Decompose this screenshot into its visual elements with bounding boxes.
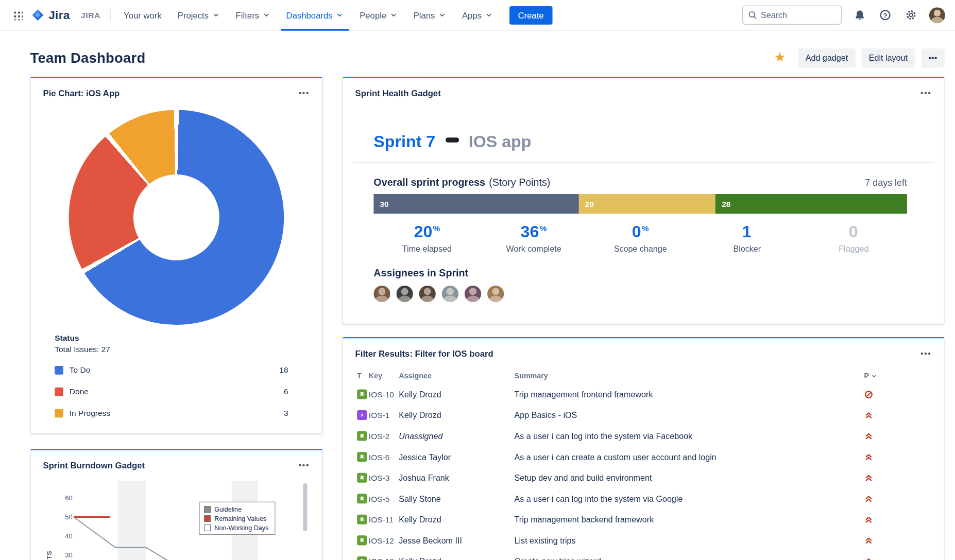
sprint-heading: Sprint 7 IOS app: [373, 132, 944, 152]
nav-dashboards[interactable]: Dashboards: [278, 0, 352, 30]
progress-segment-todo: 30: [373, 194, 578, 214]
nav-plans[interactable]: Plans: [405, 0, 454, 30]
filter-results-gadget: Filter Results: Filter for IOS board •••…: [343, 337, 945, 560]
nav-people[interactable]: People: [352, 0, 406, 30]
nav-apps[interactable]: Apps: [454, 0, 501, 30]
issue-key[interactable]: IOS-12: [369, 536, 399, 545]
edit-layout-button[interactable]: Edit layout: [861, 48, 915, 67]
site-label: JIRA: [81, 10, 100, 20]
issue-assignee: Jessica Taylor: [399, 452, 514, 462]
table-row[interactable]: IOS-6 Jessica Taylor As a user i can cre…: [354, 446, 882, 467]
stat-flagged: 0 Flagged: [800, 223, 907, 254]
sprint-stats: 20% Time elapsed 36% Work complete 0% Sc…: [373, 223, 907, 254]
legend-swatch: [55, 387, 63, 396]
epic-icon: [357, 410, 367, 420]
assignee-avatar: [419, 286, 436, 302]
issue-key[interactable]: IOS-5: [369, 494, 399, 503]
page-title: Team Dashboard: [30, 49, 145, 66]
issue-summary[interactable]: Setup dev and and build environment: [515, 473, 864, 482]
issue-summary[interactable]: Create new trips wizard: [515, 556, 864, 560]
legend-swatch: [55, 409, 63, 417]
legend-swatch: [204, 515, 211, 521]
issue-assignee: Kelly Drozd: [399, 515, 514, 524]
y-tick: 60: [55, 494, 72, 501]
issue-summary[interactable]: List existing trips: [515, 536, 864, 545]
legend-item: In Progress 3: [55, 402, 288, 424]
issue-key[interactable]: IOS-2: [369, 431, 399, 441]
jira-logo[interactable]: Jira: [31, 8, 70, 22]
issue-key[interactable]: IOS-3: [369, 473, 399, 482]
issue-assignee: Sally Stone: [399, 494, 514, 503]
help-icon[interactable]: ?: [878, 7, 893, 23]
priority-highest-icon: [864, 452, 882, 462]
issue-summary[interactable]: As a user i can log into the system via …: [515, 431, 864, 441]
sprint-progress-bar: 30 20 28: [373, 194, 907, 214]
scrollbar-thumb[interactable]: [303, 483, 307, 531]
gadget-menu-button[interactable]: •••: [295, 87, 313, 99]
legend-swatch: [204, 524, 211, 531]
issue-summary[interactable]: App Basics - iOS: [515, 411, 864, 420]
primary-nav: Your work Projects Filters Dashboards Pe…: [116, 0, 501, 30]
more-options-button[interactable]: •••: [921, 48, 945, 67]
table-row[interactable]: IOS-3 Joshua Frank Setup dev and and bui…: [354, 467, 882, 488]
issue-summary[interactable]: Trip management frontend framework: [515, 390, 864, 399]
add-gadget-button[interactable]: Add gadget: [798, 48, 855, 67]
gadget-title: Pie Chart: iOS App: [43, 88, 120, 98]
favorite-star-icon[interactable]: ★: [774, 51, 786, 64]
search-icon: [748, 10, 757, 20]
gadget-menu-button[interactable]: •••: [917, 87, 935, 99]
nav-filters[interactable]: Filters: [228, 0, 278, 30]
user-avatar[interactable]: [929, 7, 945, 23]
nav-projects[interactable]: Projects: [169, 0, 228, 30]
issue-key[interactable]: IOS-13: [369, 556, 399, 560]
nav-your-work[interactable]: Your work: [116, 0, 170, 30]
assignee-avatar: [373, 286, 390, 302]
table-row[interactable]: IOS-1 Kelly Drozd App Basics - iOS: [354, 405, 882, 426]
issue-key[interactable]: IOS-1: [369, 411, 399, 420]
legend-swatch: [55, 365, 63, 374]
issue-key[interactable]: IOS-6: [369, 452, 399, 462]
table-row[interactable]: IOS-13 Kelly Drozd Create new trips wiza…: [354, 551, 882, 560]
gadget-title: Filter Results: Filter for IOS board: [355, 348, 493, 358]
search-input[interactable]: [761, 10, 830, 20]
stat-work-complete: 36% Work complete: [480, 223, 587, 254]
pie-chart-gadget: Pie Chart: iOS App ••• Status Total Issu…: [30, 77, 322, 434]
y-axis-label: STORY POINTS: [45, 505, 53, 560]
table-row[interactable]: IOS-2 Unassigned As a user i can log int…: [354, 426, 882, 447]
priority-highest-icon: [864, 411, 882, 420]
assignee-avatar: [397, 286, 413, 302]
issue-assignee: Kelly Drozd: [399, 556, 514, 560]
gadget-menu-button[interactable]: •••: [295, 459, 313, 471]
table-row[interactable]: IOS-12 Jesse Beckom III List existing tr…: [354, 530, 882, 551]
table-row[interactable]: IOS-10 Kelly Drozd Trip management front…: [354, 384, 882, 405]
search-box[interactable]: [742, 6, 842, 25]
issue-key[interactable]: IOS-11: [369, 515, 399, 524]
chevron-down-icon: [871, 373, 878, 379]
priority-column-header[interactable]: P: [864, 372, 882, 380]
jira-logo-mark: [31, 9, 44, 22]
chevron-down-icon: [389, 11, 398, 19]
table-row[interactable]: IOS-5 Sally Stone As a user i can log in…: [354, 488, 882, 509]
priority-highest-icon: [864, 494, 882, 503]
table-header-row: T Key Assignee Summary P: [354, 368, 882, 384]
assignee-avatars: [373, 286, 944, 302]
issue-summary[interactable]: As a user i can create a custom user acc…: [515, 452, 864, 462]
gadget-title: Sprint Burndown Gadget: [43, 460, 145, 470]
dashboard-columns: Pie Chart: iOS App ••• Status Total Issu…: [30, 77, 944, 560]
issue-summary[interactable]: As a user i can log into the system via …: [515, 494, 864, 503]
notifications-bell-icon[interactable]: [851, 7, 868, 24]
gadget-menu-button[interactable]: •••: [917, 347, 935, 359]
days-left-label: 7 days left: [865, 178, 907, 188]
legend-swatch: [204, 505, 211, 512]
issue-key[interactable]: IOS-10: [369, 390, 399, 399]
issue-summary[interactable]: Trip management backend framework: [515, 515, 864, 524]
app-switcher-icon[interactable]: [10, 7, 25, 23]
story-icon: [357, 431, 367, 441]
divider: [110, 8, 111, 22]
progress-segment-inprogress: 20: [579, 194, 716, 214]
create-button[interactable]: Create: [509, 6, 553, 24]
assignee-avatar: [442, 286, 458, 302]
table-row[interactable]: IOS-11 Kelly Drozd Trip management backe…: [354, 509, 882, 530]
settings-gear-icon[interactable]: [902, 6, 920, 24]
sprint-burndown-gadget: Sprint Burndown Gadget ••• STORY POINTS …: [30, 449, 322, 560]
